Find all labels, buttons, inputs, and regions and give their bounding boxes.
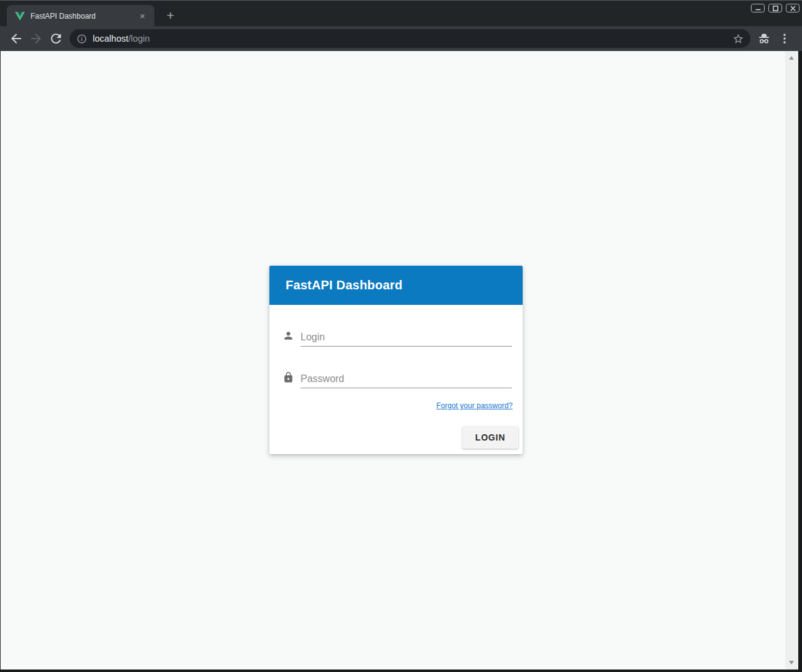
incognito-icon bbox=[757, 31, 772, 46]
forgot-password-link[interactable]: Forgot your password? bbox=[436, 401, 513, 410]
browser-window: FastAPI Dashboard × + localhost/login bbox=[0, 0, 802, 672]
scrollbar-up-arrow-icon[interactable] bbox=[789, 56, 794, 60]
tab-bar: FastAPI Dashboard × + bbox=[0, 0, 802, 26]
forward-button[interactable] bbox=[29, 31, 44, 46]
three-dots-icon bbox=[783, 34, 786, 44]
person-icon bbox=[282, 330, 294, 342]
close-button[interactable] bbox=[786, 4, 800, 12]
window-frame-bottom bbox=[0, 670, 802, 672]
browser-toolbar: localhost/login bbox=[0, 26, 802, 51]
new-tab-button[interactable]: + bbox=[163, 9, 178, 24]
minimize-button[interactable] bbox=[751, 4, 765, 12]
window-controls bbox=[751, 4, 800, 12]
login-card-title: FastAPI Dashboard bbox=[286, 278, 403, 292]
minimize-icon bbox=[755, 6, 761, 11]
window-frame-left bbox=[0, 51, 1, 670]
login-card: FastAPI Dashboard Forgot your password? … bbox=[269, 266, 523, 454]
address-bar[interactable]: localhost/login bbox=[70, 29, 750, 48]
page-scrollbar[interactable] bbox=[785, 51, 798, 670]
page-content: FastAPI Dashboard Forgot your password? … bbox=[1, 51, 798, 670]
page-info-icon[interactable] bbox=[77, 34, 87, 44]
browser-menu-button[interactable] bbox=[777, 31, 792, 46]
close-icon bbox=[790, 6, 796, 11]
window-frame-right bbox=[798, 51, 802, 672]
url-host: localhost bbox=[93, 34, 128, 44]
login-button[interactable]: LOGIN bbox=[462, 426, 518, 449]
tab-close-icon[interactable]: × bbox=[137, 11, 148, 22]
url-text: localhost/login bbox=[93, 34, 732, 44]
reload-button[interactable] bbox=[49, 31, 63, 46]
url-path: /login bbox=[128, 34, 150, 44]
back-button[interactable] bbox=[9, 31, 24, 46]
maximize-button[interactable] bbox=[768, 4, 782, 12]
maximize-icon bbox=[773, 6, 778, 11]
login-card-header: FastAPI Dashboard bbox=[269, 266, 523, 305]
password-input[interactable] bbox=[301, 370, 512, 388]
lock-icon bbox=[282, 371, 294, 383]
login-input[interactable] bbox=[301, 328, 512, 347]
scrollbar-down-arrow-icon[interactable] bbox=[789, 661, 794, 665]
vue-logo-icon bbox=[15, 11, 25, 21]
bookmark-star-icon[interactable] bbox=[732, 33, 744, 45]
tab-title: FastAPI Dashboard bbox=[30, 12, 137, 21]
tab-fastapi-dashboard[interactable]: FastAPI Dashboard × bbox=[7, 5, 154, 27]
